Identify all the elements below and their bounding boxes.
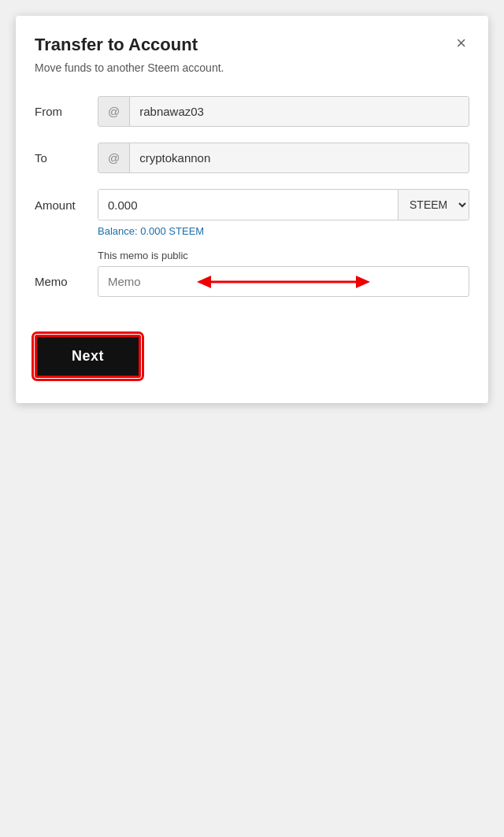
- memo-input[interactable]: [98, 266, 469, 297]
- balance-link[interactable]: Balance: 0.000 STEEM: [98, 225, 469, 237]
- from-input-group: @: [98, 96, 469, 127]
- memo-input-wrapper: [98, 266, 469, 297]
- to-row: To @: [35, 143, 469, 173]
- memo-row: Memo: [35, 266, 469, 297]
- dialog-header: Transfer to Account ×: [35, 35, 469, 55]
- from-row: From @: [35, 96, 469, 127]
- amount-input-group: STEEM: [98, 189, 469, 220]
- to-input[interactable]: [130, 143, 469, 172]
- amount-row: Amount STEEM: [35, 189, 469, 220]
- memo-note: This memo is public: [98, 250, 469, 261]
- to-at-symbol: @: [98, 143, 130, 172]
- amount-input[interactable]: [98, 190, 398, 220]
- transfer-dialog: Transfer to Account × Move funds to anot…: [16, 16, 488, 403]
- to-label: To: [35, 151, 98, 165]
- next-button[interactable]: Next: [35, 335, 141, 378]
- close-button[interactable]: ×: [453, 35, 469, 52]
- to-input-group: @: [98, 143, 469, 173]
- memo-label: Memo: [35, 275, 98, 288]
- dialog-title: Transfer to Account: [35, 35, 198, 55]
- from-label: From: [35, 105, 98, 118]
- currency-select[interactable]: STEEM: [398, 190, 469, 220]
- amount-label: Amount: [35, 198, 98, 212]
- next-button-wrapper: Next: [35, 335, 141, 378]
- dialog-subtitle: Move funds to another Steem account.: [35, 61, 469, 74]
- from-at-symbol: @: [98, 97, 130, 126]
- from-input[interactable]: [130, 97, 469, 126]
